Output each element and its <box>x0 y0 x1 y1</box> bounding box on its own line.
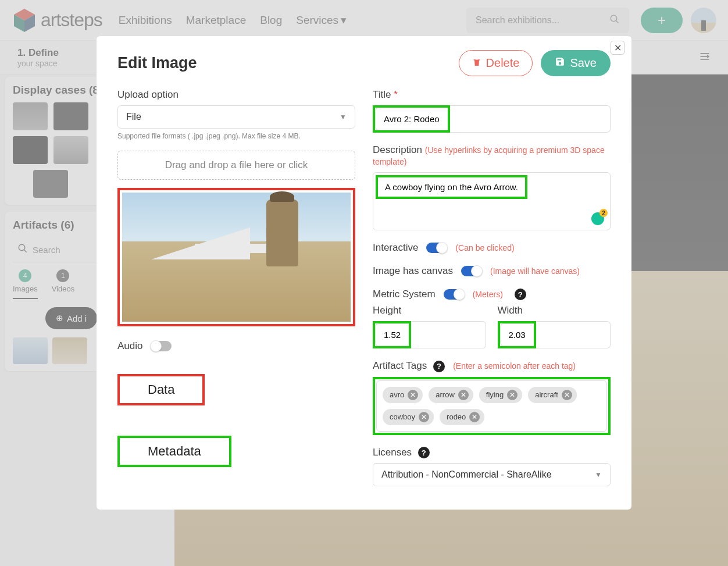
info-icon[interactable]: ? <box>418 447 430 458</box>
tag-chip: cowboy✕ <box>383 409 434 425</box>
title-input-highlighted[interactable]: Avro 2: Rodeo <box>375 108 448 130</box>
tag-remove-icon[interactable]: ✕ <box>469 412 480 422</box>
tag-remove-icon[interactable]: ✕ <box>562 390 572 400</box>
upload-hint: Supported file formats ( .jpg .jpeg .png… <box>117 132 355 140</box>
left-column: Upload option File ▼ Supported file form… <box>117 89 355 486</box>
image-preview <box>122 193 351 322</box>
desc-value-highlighted: A cowboy flying on the Avro Arrow. <box>376 175 527 199</box>
chevron-down-icon: ▼ <box>340 113 347 121</box>
canvas-label: Image has canvas <box>373 265 453 277</box>
description-textarea[interactable]: A cowboy flying on the Avro Arrow. <box>373 172 611 230</box>
trash-icon <box>472 56 481 70</box>
licenses-label: Licenses ? <box>373 447 611 459</box>
tag-remove-icon[interactable]: ✕ <box>507 390 518 400</box>
width-label: Width <box>498 305 611 316</box>
width-input[interactable]: 2.03 <box>500 323 534 346</box>
info-icon[interactable]: ? <box>433 361 445 372</box>
audio-label: Audio <box>117 340 142 352</box>
upload-select[interactable]: File ▼ <box>117 105 355 129</box>
metric-label: Metric System <box>373 289 436 300</box>
right-column: Title * Avro 2: Rodeo Description (Use h… <box>373 89 611 486</box>
metadata-annotation-label: Metadata <box>117 436 231 467</box>
close-button[interactable]: ✕ <box>611 41 624 55</box>
save-button[interactable]: Save <box>541 50 611 76</box>
interactive-toggle[interactable] <box>426 243 447 253</box>
grammarly-icon[interactable] <box>591 212 604 225</box>
desc-label: Description (Use hyperlinks by acquiring… <box>373 144 611 168</box>
tag-chip: aircraft✕ <box>528 387 577 403</box>
tags-input[interactable]: avro✕ arrow✕ flying✕ aircraft✕ cowboy✕ r… <box>376 380 607 432</box>
title-label: Title * <box>373 89 611 101</box>
title-field-wrap: Avro 2: Rodeo <box>373 105 611 133</box>
modal-title: Edit Image <box>117 54 197 72</box>
title-input-rest[interactable] <box>450 105 611 133</box>
interactive-label: Interactive <box>373 242 418 254</box>
tag-remove-icon[interactable]: ✕ <box>458 390 469 400</box>
upload-label: Upload option <box>117 89 355 101</box>
edit-image-modal: ✕ Edit Image Delete Save Upload option F… <box>97 36 631 510</box>
tag-chip: arrow✕ <box>429 387 473 403</box>
info-icon[interactable]: ? <box>515 289 526 300</box>
save-icon <box>555 56 565 70</box>
close-icon: ✕ <box>614 42 622 54</box>
licenses-select[interactable]: Attribution - NonCommercial - ShareAlike… <box>373 463 611 486</box>
tag-chip: avro✕ <box>383 387 423 403</box>
image-preview-annotation <box>117 188 355 326</box>
metric-toggle[interactable] <box>444 289 465 300</box>
tag-chip: rodeo✕ <box>440 409 484 425</box>
data-annotation-label: Data <box>117 374 205 405</box>
chevron-down-icon: ▼ <box>595 471 602 479</box>
tag-remove-icon[interactable]: ✕ <box>419 412 429 422</box>
tag-chip: flying✕ <box>479 387 522 403</box>
audio-toggle[interactable] <box>151 341 172 351</box>
tag-remove-icon[interactable]: ✕ <box>408 390 418 400</box>
height-label: Height <box>373 305 486 316</box>
tags-label: Artifact Tags ? (Enter a semicolon after… <box>373 360 611 372</box>
canvas-toggle[interactable] <box>461 266 482 276</box>
file-dropzone[interactable]: Drag and drop a file here or click <box>117 151 355 180</box>
height-input[interactable]: 1.52 <box>375 323 409 346</box>
delete-button[interactable]: Delete <box>459 50 533 76</box>
modal-overlay: ✕ Edit Image Delete Save Upload option F… <box>0 0 728 566</box>
